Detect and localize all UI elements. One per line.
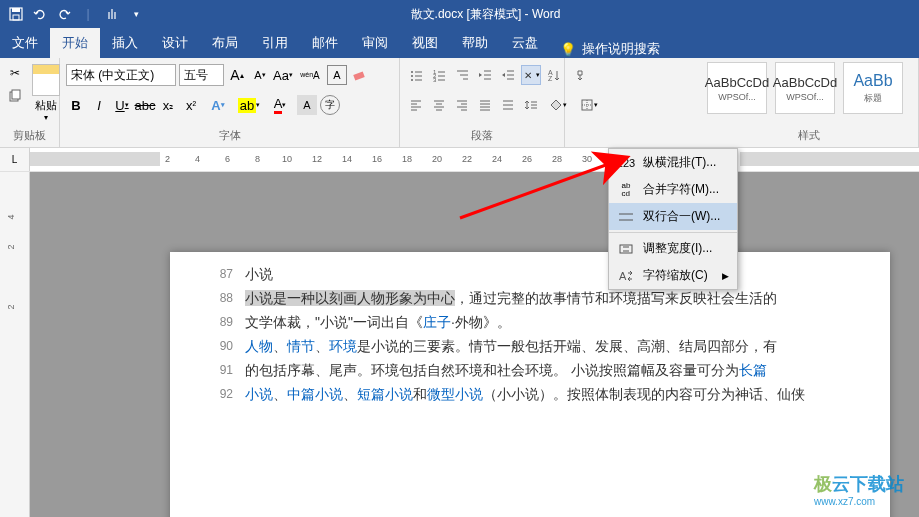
increase-indent-icon[interactable] (498, 65, 518, 85)
qat-customize-icon[interactable]: ▾ (128, 6, 144, 22)
svg-point-10 (411, 75, 413, 77)
tab-references[interactable]: 引用 (250, 28, 300, 58)
char-border-icon[interactable]: A (327, 65, 347, 85)
hyperlink[interactable]: 中篇小说 (287, 386, 343, 402)
menu-char-scale[interactable]: A 字符缩放(C) ▶ (609, 262, 737, 289)
menu-two-lines-one[interactable]: 双行合一(W)... (609, 203, 737, 230)
align-right-icon[interactable] (452, 95, 472, 115)
tab-mailings[interactable]: 邮件 (300, 28, 350, 58)
hyperlink[interactable]: 微型小说 (427, 386, 483, 402)
line-text[interactable]: 小说 (245, 262, 850, 286)
grow-font-icon[interactable]: A▴ (227, 65, 247, 85)
tab-view[interactable]: 视图 (400, 28, 450, 58)
shrink-font-icon[interactable]: A▾ (250, 65, 270, 85)
superscript-button[interactable]: x² (181, 95, 201, 115)
tab-review[interactable]: 审阅 (350, 28, 400, 58)
menu-separator (609, 232, 737, 233)
decrease-indent-icon[interactable] (475, 65, 495, 85)
hyperlink[interactable]: 长篇 (739, 362, 767, 378)
tab-help[interactable]: 帮助 (450, 28, 500, 58)
document-line: 90 人物、情节、环境是小说的三要素。情节一般包括开端、发展、高潮、结局四部分，… (210, 334, 850, 358)
ruler-corner[interactable]: L (0, 148, 30, 171)
distribute-icon[interactable] (498, 95, 518, 115)
style-item-1[interactable]: AaBbCcDd WPSOf... (707, 62, 767, 114)
line-text[interactable]: 小说、中篇小说、短篇小说和微型小说（小小说）。按照体制表现的内容可分为神话、仙侠 (245, 382, 850, 406)
paste-button[interactable]: 粘贴 ▾ (28, 60, 64, 126)
line-number: 90 (210, 334, 245, 358)
page-container[interactable]: 87 小说 88 小说是一种以刻画人物形象为中心，通过完整的故事情节和环境描写来… (30, 172, 919, 517)
line-number: 92 (210, 382, 245, 406)
style-item-3[interactable]: AaBb 标题 (843, 62, 903, 114)
line-text[interactable]: 的包括序幕、尾声。环境包括自然环境和社会环境。 小说按照篇幅及容量可分为长篇 (245, 358, 850, 382)
subscript-button[interactable]: x₂ (158, 95, 178, 115)
tab-file[interactable]: 文件 (0, 28, 50, 58)
hyperlink[interactable]: 情节 (287, 338, 315, 354)
font-color-icon[interactable]: A▾ (266, 95, 294, 115)
save-icon[interactable] (8, 6, 24, 22)
svg-text:Z: Z (548, 75, 553, 82)
bold-button[interactable]: B (66, 95, 86, 115)
tab-cloud[interactable]: 云盘 (500, 28, 550, 58)
redo-icon[interactable] (56, 6, 72, 22)
tab-insert[interactable]: 插入 (100, 28, 150, 58)
numbering-icon[interactable]: 123 (429, 65, 449, 85)
horizontal-ruler[interactable]: 2 4 6 8 10 12 14 16 18 20 22 24 26 28 30… (30, 148, 919, 171)
line-text[interactable]: 文学体裁，"小说"一词出自《庄子·外物》。 (245, 310, 850, 334)
multilevel-list-icon[interactable] (452, 65, 472, 85)
hyperlink[interactable]: 环境 (329, 338, 357, 354)
bullets-icon[interactable] (406, 65, 426, 85)
align-left-icon[interactable] (406, 95, 426, 115)
width-icon (617, 241, 635, 257)
tell-me-search[interactable]: 💡 操作说明搜索 (550, 40, 670, 58)
copy-icon[interactable] (6, 86, 24, 104)
paste-icon (32, 64, 60, 96)
hyperlink[interactable]: 小说 (245, 386, 273, 402)
line-spacing-icon[interactable] (521, 95, 541, 115)
cut-icon[interactable]: ✂ (6, 64, 24, 82)
font-group-label: 字体 (66, 128, 393, 145)
tab-design[interactable]: 设计 (150, 28, 200, 58)
change-case-icon[interactable]: Aa▾ (273, 65, 293, 85)
page: 87 小说 88 小说是一种以刻画人物形象为中心，通过完整的故事情节和环境描写来… (170, 252, 890, 517)
menu-vertical-horizontal[interactable]: 123 纵横混排(T)... (609, 149, 737, 176)
line-text[interactable]: 人物、情节、环境是小说的三要素。情节一般包括开端、发展、高潮、结局四部分，有 (245, 334, 850, 358)
phonetic-guide-icon[interactable]: wénA (296, 65, 324, 85)
undo-icon[interactable] (32, 6, 48, 22)
strikethrough-button[interactable]: abc (135, 95, 155, 115)
vertical-ruler[interactable]: 4 2 2 (0, 172, 30, 517)
svg-rect-1 (12, 8, 20, 12)
asian-layout-icon[interactable]: ✕▾ (521, 65, 541, 85)
text-effects-icon[interactable]: A▾ (204, 95, 232, 115)
font-name-select[interactable] (66, 64, 176, 86)
selected-text: 小说是一种以刻画人物形象为中心 (245, 290, 455, 306)
justify-icon[interactable] (475, 95, 495, 115)
underline-button[interactable]: U▾ (112, 95, 132, 115)
enclose-char-icon[interactable]: 字 (320, 95, 340, 115)
titlebar: | ▾ 散文.docx [兼容模式] - Word (0, 0, 919, 28)
hyperlink[interactable]: 庄子 (423, 314, 451, 330)
touch-mode-icon[interactable] (104, 6, 120, 22)
hyperlink[interactable]: 人物 (245, 338, 273, 354)
style-item-2[interactable]: AaBbCcDd WPSOf... (775, 62, 835, 114)
tab-home[interactable]: 开始 (50, 28, 100, 58)
menu-combine-chars[interactable]: abcd 合并字符(M)... (609, 176, 737, 203)
char-shading-icon[interactable]: A (297, 95, 317, 115)
line-number: 88 (210, 286, 245, 310)
highlight-icon[interactable]: ab▾ (235, 95, 263, 115)
window-title: 散文.docx [兼容模式] - Word (152, 6, 919, 23)
hyperlink[interactable]: 短篇小说 (357, 386, 413, 402)
align-center-icon[interactable] (429, 95, 449, 115)
document-line: 87 小说 (210, 262, 850, 286)
document-line: 89 文学体裁，"小说"一词出自《庄子·外物》。 (210, 310, 850, 334)
clear-formatting-icon[interactable] (350, 65, 370, 85)
lightbulb-icon: 💡 (560, 42, 576, 57)
svg-rect-4 (12, 90, 20, 99)
ruler-area: L 2 4 6 8 10 12 14 16 18 20 22 24 26 28 … (0, 148, 919, 172)
italic-button[interactable]: I (89, 95, 109, 115)
font-size-select[interactable] (179, 64, 224, 86)
line-text[interactable]: 小说是一种以刻画人物形象为中心，通过完整的故事情节和环境描写来反映社会生活的 (245, 286, 850, 310)
clipboard-group-label: 剪贴板 (6, 128, 53, 145)
menu-fit-width[interactable]: 调整宽度(I)... (609, 235, 737, 262)
tab-layout[interactable]: 布局 (200, 28, 250, 58)
sort-icon[interactable]: AZ (544, 65, 564, 85)
